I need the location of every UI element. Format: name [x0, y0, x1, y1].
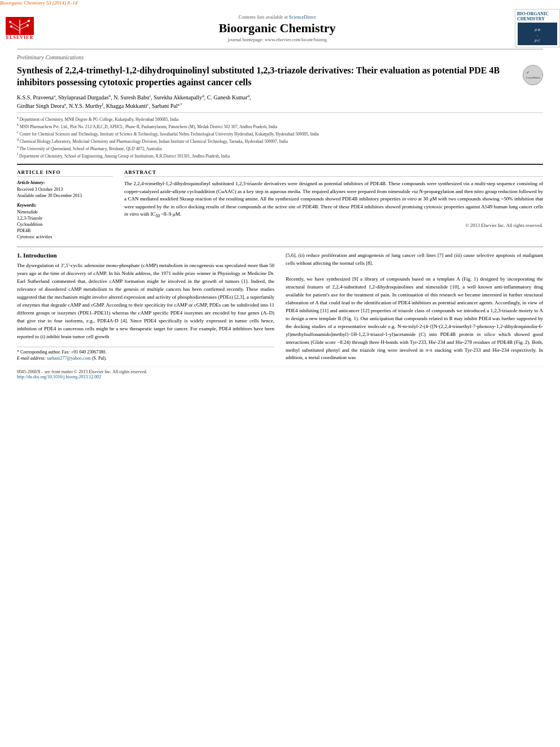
intro-heading: 1. Introduction — [17, 252, 274, 259]
journal-right-logo: BIO-ORGANIC CHEMISTRY β·B + β·C — [515, 9, 560, 47]
svg-text:+: + — [536, 34, 538, 37]
keyword-1: Nimesulide — [17, 209, 113, 215]
doi-section: http://dx.doi.org/10.1016/j.bioorg.2013.… — [17, 374, 147, 379]
two-col-body: 1. Introduction The dysregulation of 3′,… — [17, 252, 543, 362]
svg-point-9 — [27, 24, 29, 27]
body-content: 1. Introduction The dysregulation of 3′,… — [17, 246, 543, 362]
abstract-text: The 2,2,4-trimethyl-1,2-dihydroquinoliny… — [124, 180, 543, 219]
journal-logo-icon: β·B + β·C — [518, 23, 557, 45]
contents-line: Contents lists available at ScienceDirec… — [45, 14, 509, 20]
svg-text:β·B: β·B — [534, 28, 540, 32]
keyword-3: Cycloaddition — [17, 222, 113, 227]
affiliation-a: a Department of Chemistry, MNR Degree & … — [17, 115, 543, 123]
abstract-column: ABSTRACT The 2,2,4-trimethyl-1,2-dihydro… — [124, 169, 543, 241]
journal-homepage: journal homepage: www.elsevier.com/locat… — [45, 37, 509, 42]
crossmark-badge: ✓CrossMark — [523, 65, 543, 85]
body-col-left: 1. Introduction The dysregulation of 3′,… — [17, 252, 274, 362]
journal-header-center: Contents lists available at ScienceDirec… — [40, 14, 515, 42]
copyright-line: © 2013 Elsevier Inc. All rights reserved… — [124, 222, 543, 228]
body-col-right: [5,6], (ii) reduce proliferation and ang… — [286, 252, 543, 362]
affiliation-f: f Department of Chemistry, School of Eng… — [17, 152, 543, 159]
article-info-column: ARTICLE INFO Article history: Received 3… — [17, 169, 113, 241]
keyword-2: 1,2,3-Triazole — [17, 216, 113, 221]
journal-name: Bioorganic Chemistry — [45, 21, 509, 36]
svg-point-7 — [28, 20, 30, 22]
intro-text-right: [5,6], (ii) reduce proliferation and ang… — [286, 252, 543, 362]
crossmark-icon: ✓CrossMark — [526, 71, 540, 80]
doi-link[interactable]: http://dx.doi.org/10.1016/j.bioorg.2013.… — [17, 374, 101, 379]
both-word: Both — [532, 339, 542, 345]
affiliation-d: d Chemical Biology Laboratory, Medicinal… — [17, 137, 543, 145]
issn-section: 0045-2068/$ – see front matter © 2013 El… — [17, 369, 147, 379]
intro-text-left: The dysregulation of 3′,5′-cyclic adenos… — [17, 262, 274, 340]
elsevier-logo: ELSEVIER — [0, 17, 40, 40]
received-date: Received 3 October 2013 — [17, 187, 113, 192]
svg-text:β·C: β·C — [534, 38, 540, 43]
article-info-label: ARTICLE INFO — [17, 169, 113, 177]
footnote-email: E-mail address: sarbani277@yahoo.com (S.… — [17, 356, 274, 361]
email-link[interactable]: sarbani277@yahoo.com — [47, 356, 91, 361]
keyword-5: Cytotoxic activities — [17, 234, 113, 239]
affiliation-b: b MSN Pharmachem Pvt. Ltd., Plot No. 212… — [17, 123, 543, 130]
elsevier-wordmark: ELSEVIER — [6, 35, 33, 40]
available-date: Available online 30 December 2013 — [17, 193, 113, 198]
elsevier-tree-icon — [6, 17, 34, 35]
keyword-4: PDE4B — [17, 228, 113, 233]
article-title: Synthesis of 2,2,4-trimethyl-1,2-dihydro… — [17, 65, 523, 89]
journal-header: Bioorganic Chemistry 53 (2014) 8–14 ELSE… — [0, 0, 560, 49]
authors-line: K.S.S. Praveenaa, Shylaprasad Durgadasb,… — [17, 93, 543, 111]
svg-point-8 — [10, 25, 12, 28]
main-content: Preliminary Communications Synthesis of … — [0, 49, 560, 379]
article-info-abstract-section: ARTICLE INFO Article history: Received 3… — [17, 164, 543, 241]
journal-logo-graphic: β·B + β·C — [518, 23, 557, 45]
affiliation-c: c Centre for Chemical Sciences and Techn… — [17, 130, 543, 137]
keywords-label: Keywords: — [17, 203, 113, 208]
sciencedirect-link[interactable]: ScienceDirect — [289, 14, 316, 20]
journal-abbrev: BIO-ORGANIC CHEMISTRY — [517, 11, 558, 21]
footnote-corresponding: * Corresponding author. Fax: +91 040 230… — [17, 350, 274, 355]
svg-point-6 — [9, 21, 11, 23]
issn-line: 0045-2068/$ – see front matter © 2013 El… — [17, 369, 147, 374]
article-title-section: Synthesis of 2,2,4-trimethyl-1,2-dihydro… — [17, 63, 543, 93]
journal-top-line: Bioorganic Chemistry 53 (2014) 8–14 — [0, 0, 560, 6]
affiliation-e: e The University of Queensland, School o… — [17, 145, 543, 152]
affiliations: a Department of Chemistry, MNR Degree & … — [17, 112, 543, 159]
bottom-bar: 0045-2068/$ – see front matter © 2013 El… — [17, 366, 543, 379]
abstract-label: ABSTRACT — [124, 169, 543, 177]
section-type: Preliminary Communications — [17, 49, 543, 63]
history-label: Article history: — [17, 180, 113, 185]
footnote-section: * Corresponding author. Fax: +91 040 230… — [17, 347, 274, 361]
